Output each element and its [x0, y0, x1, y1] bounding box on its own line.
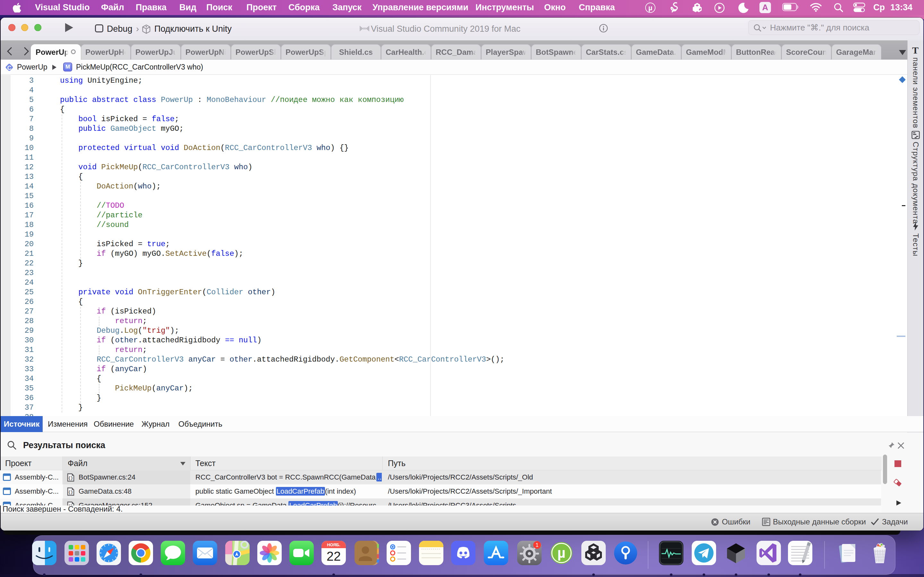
svg-text:µ: µ: [648, 4, 653, 12]
svg-text:НОЯБ.: НОЯБ.: [327, 542, 341, 547]
svg-text:{}: {}: [68, 490, 73, 495]
svg-text:{}: {}: [68, 476, 73, 480]
svg-text:µ: µ: [557, 545, 565, 561]
svg-text:1: 1: [535, 542, 538, 548]
svg-text:22: 22: [326, 549, 341, 563]
svg-text:C: C: [7, 65, 11, 71]
